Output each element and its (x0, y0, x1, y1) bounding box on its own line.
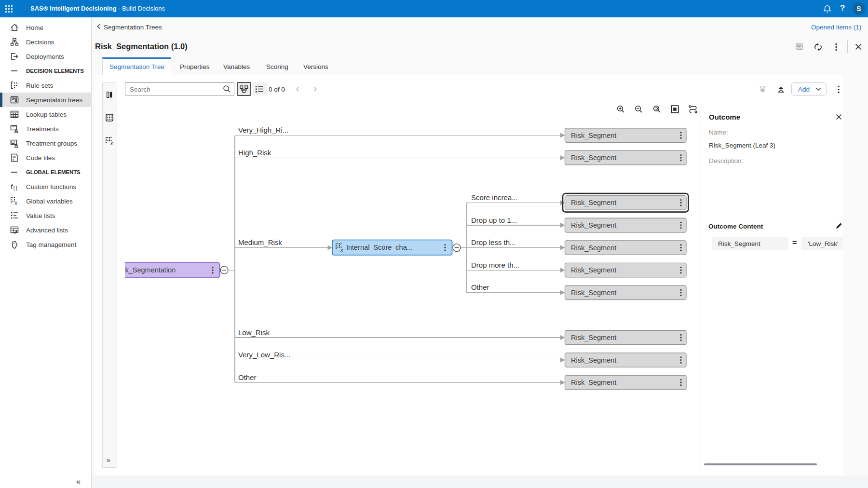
svg-text:x: x (340, 247, 343, 253)
svg-text:Medium_Risk: Medium_Risk (238, 238, 282, 246)
svg-text:Risk_Segment: Risk_Segment (571, 379, 616, 386)
svg-text:Other: Other (471, 283, 489, 291)
svg-text:Drop less th...: Drop less th... (471, 238, 516, 246)
svg-text:Very_High_Ri...: Very_High_Ri... (238, 126, 288, 134)
svg-text:Very_Low_Ris...: Very_Low_Ris... (238, 351, 290, 359)
svg-text:Risk_Segmentation: Risk_Segmentation (115, 266, 176, 274)
svg-text:Other: Other (238, 373, 257, 381)
svg-text:Risk_Segment: Risk_Segment (571, 244, 616, 252)
svg-text:Internal_Score_cha...: Internal_Score_cha... (346, 244, 413, 251)
svg-text:Drop more th...: Drop more th... (471, 261, 519, 269)
svg-text:Risk_Segment: Risk_Segment (571, 221, 616, 229)
svg-text:Risk_Segment: Risk_Segment (571, 132, 616, 139)
svg-text:Risk_Segment: Risk_Segment (571, 266, 616, 274)
svg-text:High_Risk: High_Risk (238, 149, 271, 157)
svg-text:Risk_Segment: Risk_Segment (571, 334, 616, 341)
svg-text:Risk_Segment: Risk_Segment (571, 289, 616, 297)
svg-text:Drop up to 1...: Drop up to 1... (471, 216, 517, 224)
svg-text:Risk_Segment: Risk_Segment (571, 154, 616, 162)
svg-text:Low_Risk: Low_Risk (238, 328, 270, 337)
svg-text:Risk_Segment: Risk_Segment (571, 356, 616, 364)
svg-text:Risk_Segment: Risk_Segment (571, 199, 616, 206)
svg-text:Score increa...: Score increa... (471, 193, 518, 202)
